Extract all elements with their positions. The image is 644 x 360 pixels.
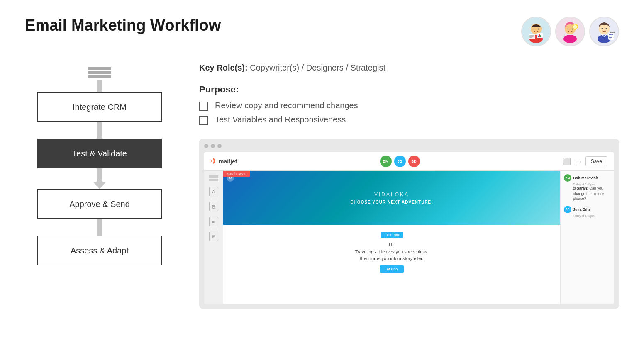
key-roles-value: Copywriter(s) / Designers / Strategist (250, 63, 385, 72)
svg-rect-19 (574, 29, 576, 30)
svg-rect-8 (540, 35, 541, 37)
checkbox-icon-2 (199, 116, 208, 125)
comment-avatar-jb: JB (564, 206, 571, 213)
svg-rect-28 (608, 33, 614, 40)
dot-2 (211, 144, 215, 148)
svg-rect-7 (539, 34, 540, 37)
sidebar-image-icon: 🖼 (209, 202, 218, 211)
mockup-inner: ✈ mailjet BM JB SD ⬜ ▭ Save (204, 152, 614, 304)
hero-sub: CHOOSE YOUR NEXT ADVENTURE! (346, 200, 437, 204)
purpose-section: Purpose: Review copy and recommend chang… (199, 84, 619, 125)
avatar-designer (555, 17, 585, 46)
svg-rect-6 (538, 36, 539, 37)
mockup-comments: BM Bob McTavish Today at 5:41pm @Sarah: … (560, 171, 614, 304)
toolbar-right: ⬜ ▭ Save (563, 156, 607, 166)
checkbox-icon-1 (199, 102, 208, 111)
lets-go-button[interactable]: Let's go! (380, 265, 404, 273)
mockup-sidebar: A 🖼 ≡ ⊞ (204, 171, 223, 304)
header: Email Marketing Workflow (25, 17, 619, 46)
svg-point-32 (610, 32, 612, 33)
mailjet-logo-icon: ✈ (211, 157, 217, 166)
email-hero: ✕ VIDALOKA CHOOSE YOUR NEXT ADVENTURE! (223, 171, 560, 225)
sb-rect-2 (209, 179, 218, 181)
avatar-copywriter (521, 17, 551, 46)
purpose-list: Review copy and recommend changes Test V… (199, 101, 619, 125)
svg-point-17 (572, 29, 573, 30)
page: Email Marketing Workflow (0, 0, 644, 360)
toolbar-avatar-sd: SD (408, 156, 420, 167)
sarah-tag: Sarah Dean (223, 171, 250, 177)
mockup-email: Sarah Dean ✕ VIDALOKA CHOOSE YOUR NEXT A… (223, 171, 560, 304)
svg-point-34 (613, 32, 615, 33)
mailjet-logo: ✈ mailjet (211, 157, 237, 166)
purpose-title: Purpose: (199, 84, 619, 95)
sb-rect-1 (209, 175, 218, 178)
right-content: Key Role(s): Copywriter(s) / Designers /… (199, 63, 619, 343)
comment-mention-1: @Sarah: (573, 186, 588, 190)
toolbar-avatar-jb: JB (394, 156, 406, 167)
email-body-section: Julia Bills Hi, Traveling - it leaves yo… (223, 225, 560, 279)
svg-point-3 (534, 29, 535, 30)
svg-rect-10 (529, 35, 534, 36)
julia-tag: Julia Bills (381, 232, 403, 238)
sidebar-text-icon: A (209, 187, 218, 196)
svg-rect-12 (529, 37, 532, 38)
comment-avatar-bm: BM (564, 174, 571, 182)
mockup-dots (204, 144, 614, 148)
mockup-toolbar: ✈ mailjet BM JB SD ⬜ ▭ Save (204, 152, 614, 171)
dot-1 (204, 144, 208, 148)
comment-name-2: Julia Bills (573, 207, 590, 212)
key-roles-label: Key Role(s): (199, 63, 248, 72)
workflow-step-approve-send: Approve & Send (37, 189, 162, 219)
comment-time-2: Today at 5:41pm (573, 214, 611, 217)
comment-header-2: JB Julia Bills (564, 206, 611, 213)
key-roles: Key Role(s): Copywriter(s) / Designers /… (199, 63, 619, 73)
workflow-step-assess-adapt: Assess & Adapt (37, 236, 162, 265)
email-hero-section: Sarah Dean ✕ VIDALOKA CHOOSE YOUR NEXT A… (223, 171, 560, 225)
svg-point-26 (602, 28, 603, 29)
comment-name-1: Bob McTavish (573, 176, 598, 180)
sidebar-module-icon: ⊞ (209, 232, 218, 241)
svg-point-4 (538, 29, 539, 30)
hero-brand: VIDALOKA (374, 192, 409, 197)
workflow: Integrate CRM Test & Validate Approve & … (25, 63, 174, 343)
page-title: Email Marketing Workflow (25, 17, 221, 34)
sidebar-layout-icon: ≡ (209, 217, 218, 226)
comment-item-1: BM Bob McTavish Today at 5:41pm @Sarah: … (564, 174, 611, 202)
comment-text-1: @Sarah: Can you change the picture pleas… (573, 186, 611, 202)
toolbar-avatar-bm: BM (380, 156, 392, 167)
avatars-group (521, 17, 619, 46)
device-desktop-icon: ⬜ (563, 158, 571, 165)
toolbar-avatars: BM JB SD (380, 156, 420, 167)
svg-point-27 (606, 28, 607, 29)
connector-arrow (93, 168, 106, 189)
svg-rect-11 (529, 36, 534, 37)
comment-item-2: JB Julia Bills Today at 5:41pm (564, 206, 611, 217)
main-content: Integrate CRM Test & Validate Approve & … (25, 63, 619, 343)
svg-point-16 (568, 29, 569, 30)
purpose-item-2: Test Variables and Responsiveness (199, 115, 619, 125)
svg-point-14 (564, 35, 577, 43)
workflow-step-test-validate: Test & Validate (37, 139, 162, 168)
dot-3 (217, 144, 222, 148)
mockup-wrapper: ✈ mailjet BM JB SD ⬜ ▭ Save (199, 139, 619, 309)
sidebar-block-1 (209, 175, 218, 181)
mockup-body: A 🖼 ≡ ⊞ Sarah Dean ✕ VIDALOKA (204, 171, 614, 304)
workflow-step-integrate-crm: Integrate CRM (37, 92, 162, 122)
device-mobile-icon: ▭ (575, 158, 581, 165)
purpose-item-1: Review copy and recommend changes (199, 101, 619, 111)
email-body-text: Hi, Traveling - it leaves you speechless… (232, 241, 552, 262)
svg-point-33 (612, 32, 613, 33)
comment-header-1: BM Bob McTavish (564, 174, 611, 182)
avatar-strategist (589, 17, 619, 46)
save-button[interactable]: Save (585, 156, 607, 166)
comment-time-1: Today at 5:41pm (573, 183, 611, 186)
